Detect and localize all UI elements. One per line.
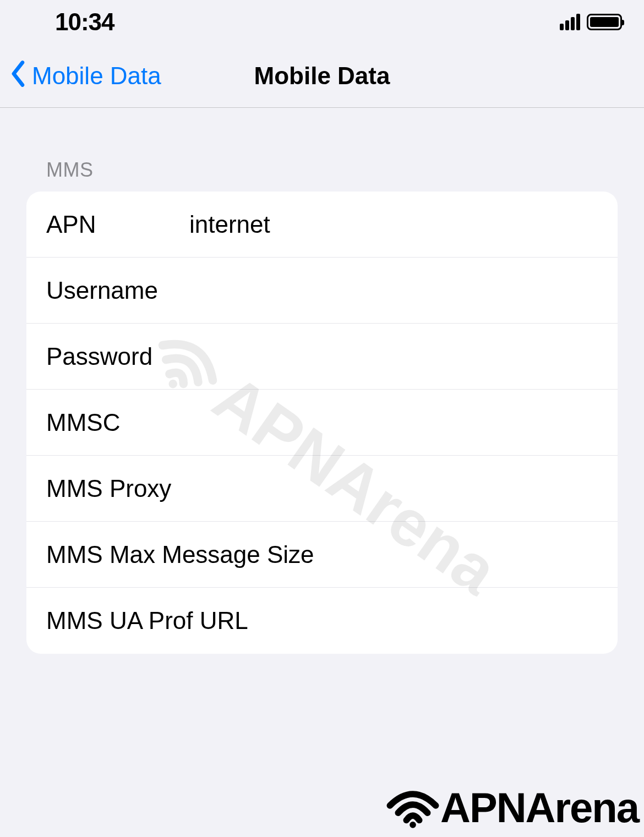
footer-brand: APNArena — [385, 784, 638, 831]
svg-point-1 — [410, 822, 416, 828]
apn-input[interactable] — [189, 211, 598, 238]
back-label: Mobile Data — [32, 62, 161, 90]
row-mmsc[interactable]: MMSC — [26, 390, 618, 456]
back-button[interactable]: Mobile Data — [11, 60, 161, 92]
mmsc-input[interactable] — [189, 409, 598, 436]
password-input[interactable] — [189, 343, 598, 370]
row-label: MMS Proxy — [46, 475, 189, 502]
row-label: Password — [46, 343, 189, 370]
page-title: Mobile Data — [254, 62, 390, 90]
chevron-left-icon — [11, 60, 26, 92]
status-bar: 10:34 — [0, 0, 644, 44]
row-label: MMSC — [46, 409, 189, 436]
section-header-mms: MMS — [26, 108, 618, 192]
mms-ua-prof-url-input[interactable] — [248, 607, 598, 634]
wifi-icon — [385, 786, 440, 830]
status-time: 10:34 — [55, 8, 114, 36]
row-mms-ua-prof-url[interactable]: MMS UA Prof URL — [26, 588, 618, 654]
navigation-bar: Mobile Data Mobile Data — [0, 44, 644, 108]
row-mms-proxy[interactable]: MMS Proxy — [26, 456, 618, 522]
status-icons — [560, 14, 622, 30]
row-mms-max-message-size[interactable]: MMS Max Message Size — [26, 522, 618, 588]
footer-brand-text: APNArena — [440, 784, 638, 831]
mms-proxy-input[interactable] — [189, 475, 598, 502]
row-apn[interactable]: APN — [26, 192, 618, 258]
settings-group-mms: APN Username Password MMSC MMS Proxy MMS… — [26, 192, 618, 654]
row-label: APN — [46, 211, 189, 238]
row-label: MMS Max Message Size — [46, 541, 314, 568]
battery-icon — [587, 14, 622, 30]
username-input[interactable] — [189, 277, 598, 304]
row-label: Username — [46, 277, 189, 304]
row-username[interactable]: Username — [26, 258, 618, 324]
mms-max-size-input[interactable] — [314, 541, 616, 568]
cellular-signal-icon — [560, 14, 580, 30]
row-password[interactable]: Password — [26, 324, 618, 390]
row-label: MMS UA Prof URL — [46, 607, 248, 634]
